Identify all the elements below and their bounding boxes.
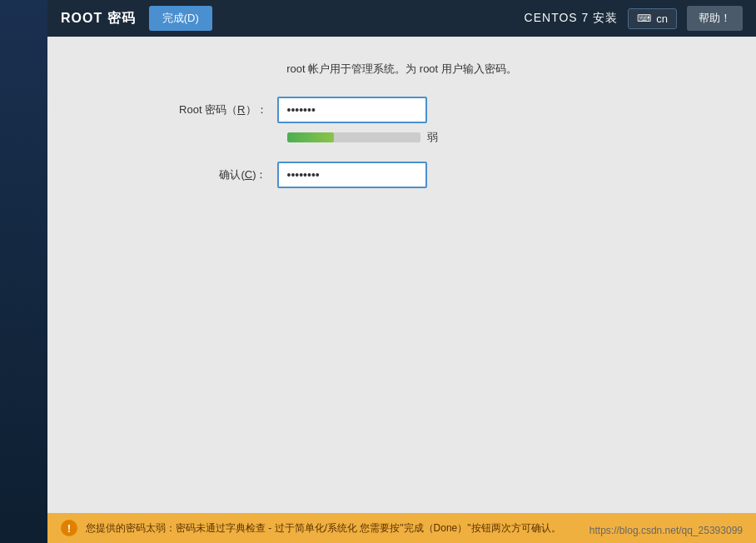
strength-label: 弱 xyxy=(427,130,438,145)
sidebar xyxy=(0,0,47,543)
main-window: ROOT 密码 完成(D) CENTOS 7 安装 ⌨ cn 帮助！ root … xyxy=(47,0,756,543)
form-container: root 帐户用于管理系统。为 root 用户输入密码。 Root 密码（R）：… xyxy=(111,37,694,220)
confirm-password-label: 确认(C)： xyxy=(161,167,277,182)
install-title: CENTOS 7 安装 xyxy=(525,11,619,26)
description-text: root 帐户用于管理系统。为 root 用户输入密码。 xyxy=(161,62,644,77)
warning-icon: ! xyxy=(61,520,77,536)
root-password-row: Root 密码（R）： xyxy=(161,97,644,123)
keyboard-icon: ⌨ xyxy=(637,12,651,24)
confirm-password-input[interactable] xyxy=(277,162,427,188)
footer-link: https://blog.csdn.net/qq_25393099 xyxy=(589,525,743,536)
root-password-input[interactable] xyxy=(277,97,427,123)
root-password-label: Root 密码（R）： xyxy=(161,102,277,117)
header-left: ROOT 密码 完成(D) xyxy=(61,6,212,31)
help-button[interactable]: 帮助！ xyxy=(687,6,743,31)
strength-row: 弱 xyxy=(287,130,644,145)
content-area: root 帐户用于管理系统。为 root 用户输入密码。 Root 密码（R）：… xyxy=(47,37,756,543)
lang-label: cn xyxy=(656,12,668,25)
lang-selector[interactable]: ⌨ cn xyxy=(628,8,677,29)
strength-bar-fill xyxy=(287,132,334,142)
header-right: CENTOS 7 安装 ⌨ cn 帮助！ xyxy=(525,6,743,31)
strength-bar-container xyxy=(287,132,420,142)
header: ROOT 密码 完成(D) CENTOS 7 安装 ⌨ cn 帮助！ xyxy=(47,0,756,37)
page-title: ROOT 密码 xyxy=(61,10,136,27)
confirm-password-row: 确认(C)： xyxy=(161,162,644,188)
done-button[interactable]: 完成(D) xyxy=(149,6,212,31)
